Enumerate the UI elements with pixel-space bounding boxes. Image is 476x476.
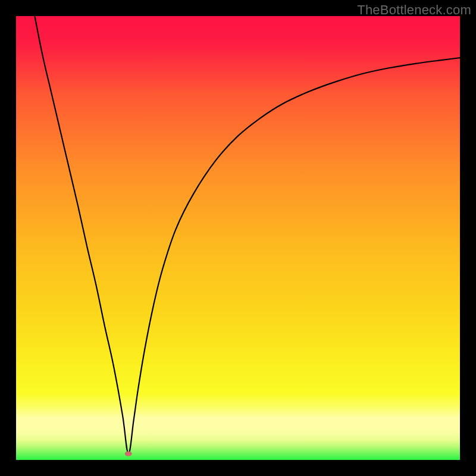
chart-frame (16, 16, 460, 460)
bottleneck-chart (16, 16, 460, 460)
gradient-background (16, 16, 460, 460)
watermark-text: TheBottleneck.com (357, 2, 471, 18)
minimum-marker (125, 452, 132, 456)
